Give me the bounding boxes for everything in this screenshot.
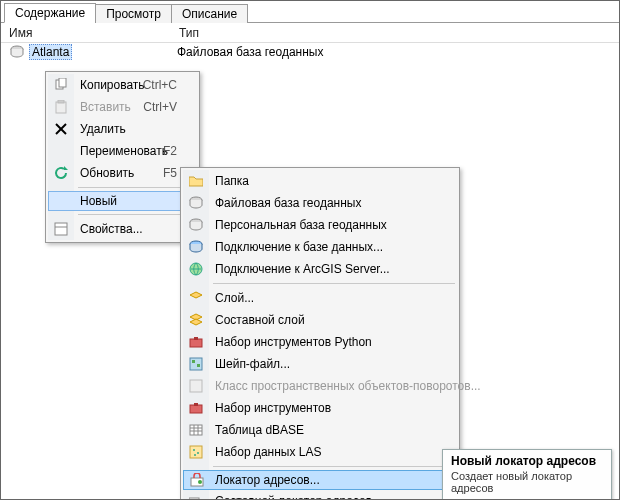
item-row[interactable]: Atlanta Файловая база геоданных <box>1 43 619 61</box>
shapefile-icon <box>188 356 204 372</box>
context-menu: Копировать Ctrl+C Вставить Ctrl+V Удалит… <box>45 71 200 243</box>
submenu-dbase-label: Таблица dBASE <box>215 423 304 437</box>
svg-rect-17 <box>197 364 200 367</box>
svg-rect-18 <box>190 380 202 392</box>
copy-icon <box>53 77 69 93</box>
submenu-personalgdb-label: Персональная база геоданных <box>215 218 387 232</box>
menu-delete[interactable]: Удалить <box>48 118 197 140</box>
properties-icon <box>53 221 69 237</box>
submenu-grouplayer[interactable]: Составной слой <box>183 309 457 331</box>
submenu-locator-label: Локатор адресов... <box>215 473 320 487</box>
submenu-toolbox-label: Набор инструментов <box>215 401 331 415</box>
svg-rect-15 <box>190 358 202 370</box>
submenu-filegdb-label: Файловая база геоданных <box>215 196 361 210</box>
agsconn-icon <box>188 261 204 277</box>
tooltip-title: Новый локатор адресов <box>451 454 603 468</box>
submenu-dbconn-label: Подключение к базе данных... <box>215 240 383 254</box>
tooltip-body: Создает новый локатор адресов <box>451 470 603 494</box>
menu-rename-shortcut: F2 <box>163 144 177 158</box>
submenu-turnfc-label: Класс пространственных объектов-поворото… <box>215 379 481 393</box>
locator-icon <box>189 472 205 488</box>
menu-separator <box>213 283 455 284</box>
dbase-icon <box>188 422 204 438</box>
svg-rect-14 <box>194 337 198 340</box>
svg-rect-4 <box>58 100 64 103</box>
submenu-folder-label: Папка <box>215 174 249 188</box>
menu-new[interactable]: Новый ▶ <box>48 191 197 211</box>
submenu-pythontoolbox[interactable]: Набор инструментов Python <box>183 331 457 353</box>
submenu-lasdataset[interactable]: Набор данных LAS <box>183 441 457 463</box>
submenu-toolbox[interactable]: Набор инструментов <box>183 397 457 419</box>
tab-description[interactable]: Описание <box>171 4 248 23</box>
tooltip: Новый локатор адресов Создает новый лока… <box>442 449 612 500</box>
menu-delete-label: Удалить <box>80 122 126 136</box>
submenu-agsconn-label: Подключение к ArcGIS Server... <box>215 262 390 276</box>
column-header-name[interactable]: Имя <box>1 24 171 42</box>
layer-icon <box>188 290 204 306</box>
svg-rect-26 <box>190 446 202 458</box>
svg-rect-2 <box>59 78 66 87</box>
submenu-filegdb[interactable]: Файловая база геоданных <box>183 192 457 214</box>
submenu-composite-locator[interactable]: Составной локатор адресов... <box>183 490 457 500</box>
filegdb-icon <box>188 195 204 211</box>
column-header-type[interactable]: Тип <box>171 24 207 42</box>
menu-copy-label: Копировать <box>80 78 145 92</box>
submenu-dbconn[interactable]: Подключение к базе данных... <box>183 236 457 258</box>
submenu-shapefile[interactable]: Шейп-файл... <box>183 353 457 375</box>
tab-preview[interactable]: Просмотр <box>95 4 172 23</box>
composite-locator-icon <box>188 493 204 500</box>
svg-point-28 <box>197 452 199 454</box>
submenu-turnfc: Класс пространственных объектов-поворото… <box>183 375 457 397</box>
svg-rect-16 <box>192 360 195 363</box>
toolbox-icon <box>188 400 204 416</box>
blank-icon <box>54 193 70 209</box>
svg-point-29 <box>194 454 196 456</box>
svg-rect-7 <box>55 223 67 235</box>
folder-icon <box>188 173 204 189</box>
grouplayer-icon <box>188 312 204 328</box>
menu-copy-shortcut: Ctrl+C <box>143 78 177 92</box>
dbconn-icon <box>188 239 204 255</box>
submenu-layer-label: Слой... <box>215 291 254 305</box>
menu-properties[interactable]: Свойства... <box>48 218 197 240</box>
submenu-shapefile-label: Шейп-файл... <box>215 357 290 371</box>
submenu-lasdataset-label: Набор данных LAS <box>215 445 321 459</box>
delete-icon <box>53 121 69 137</box>
new-submenu: Папка Файловая база геоданных Персональн… <box>180 167 460 500</box>
paste-icon <box>53 99 69 115</box>
svg-rect-21 <box>190 425 202 435</box>
submenu-dbase[interactable]: Таблица dBASE <box>183 419 457 441</box>
item-name: Atlanta <box>29 44 72 60</box>
menu-separator <box>78 214 195 215</box>
menu-rename-label: Переименовать <box>80 144 168 158</box>
rename-icon <box>53 143 69 159</box>
geodatabase-icon <box>9 44 25 60</box>
menu-rename[interactable]: Переименовать F2 <box>48 140 197 162</box>
menu-properties-label: Свойства... <box>80 222 143 236</box>
submenu-folder[interactable]: Папка <box>183 170 457 192</box>
submenu-agsconn[interactable]: Подключение к ArcGIS Server... <box>183 258 457 280</box>
svg-point-27 <box>193 449 195 451</box>
submenu-composite-locator-label: Составной локатор адресов... <box>215 494 382 500</box>
menu-separator <box>78 187 195 188</box>
submenu-personalgdb[interactable]: Персональная база геоданных <box>183 214 457 236</box>
pythontoolbox-icon <box>188 334 204 350</box>
menu-copy[interactable]: Копировать Ctrl+C <box>48 74 197 96</box>
submenu-grouplayer-label: Составной слой <box>215 313 305 327</box>
menu-refresh[interactable]: Обновить F5 <box>48 162 197 184</box>
menu-paste-shortcut: Ctrl+V <box>143 100 177 114</box>
submenu-locator[interactable]: Локатор адресов... <box>183 470 457 490</box>
svg-rect-20 <box>194 403 198 406</box>
personalgdb-icon <box>188 217 204 233</box>
refresh-icon <box>53 165 69 181</box>
menu-paste: Вставить Ctrl+V <box>48 96 197 118</box>
tab-content[interactable]: Содержание <box>4 3 96 23</box>
submenu-layer[interactable]: Слой... <box>183 287 457 309</box>
svg-rect-13 <box>190 339 202 347</box>
menu-refresh-label: Обновить <box>80 166 134 180</box>
svg-rect-3 <box>56 102 66 113</box>
lasdataset-icon <box>188 444 204 460</box>
menu-separator <box>213 466 455 467</box>
menu-paste-label: Вставить <box>80 100 131 114</box>
turnfc-icon <box>188 378 204 394</box>
